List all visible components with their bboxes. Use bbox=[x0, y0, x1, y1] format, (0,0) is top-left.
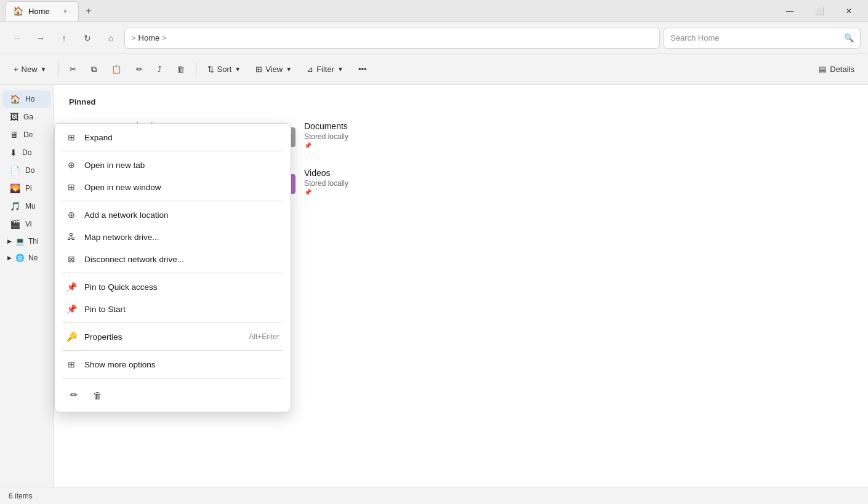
filter-button[interactable]: ⊿ Filter ▼ bbox=[300, 59, 350, 80]
cm-expand[interactable]: ⊞ Expand bbox=[57, 126, 288, 148]
cut-button[interactable]: ✂ bbox=[63, 59, 82, 80]
documents-desc: Stored locally bbox=[304, 132, 348, 141]
cm-show-more[interactable]: ⊞ Show more options bbox=[57, 353, 288, 375]
sidebar-item-thispc[interactable]: ▶ 💻 Thi bbox=[2, 233, 51, 249]
toolbar-separator-2 bbox=[196, 62, 196, 77]
cm-sep-5 bbox=[62, 350, 283, 351]
sidebar-item-music[interactable]: 🎵 Mu bbox=[2, 198, 51, 215]
thispc-expand-icon: ▶ bbox=[7, 238, 12, 244]
more-button[interactable]: ••• bbox=[352, 59, 373, 80]
minimize-button[interactable]: — bbox=[776, 1, 804, 21]
cm-expand-label: Expand bbox=[84, 133, 113, 142]
details-button[interactable]: ▤ Details bbox=[813, 62, 861, 77]
search-icon: 🔍 bbox=[844, 33, 854, 42]
cm-add-network[interactable]: ⊕ Add a network location bbox=[57, 204, 288, 226]
delete-icon: 🗑 bbox=[177, 65, 185, 74]
network-expand-icon: ▶ bbox=[7, 255, 12, 261]
cm-bottom-delete-button[interactable]: 🗑 bbox=[87, 385, 108, 406]
new-button[interactable]: + New ▼ bbox=[7, 59, 53, 80]
documents-icon: 📄 bbox=[10, 166, 20, 175]
view-chevron-icon: ▼ bbox=[286, 66, 292, 73]
videos-pin: 📌 bbox=[304, 189, 348, 196]
cm-bottom-rename-icon: ✏ bbox=[70, 390, 78, 401]
cm-show-more-label: Show more options bbox=[84, 360, 156, 369]
cm-disconnect-drive[interactable]: ⊠ Disconnect network drive... bbox=[57, 248, 288, 270]
cm-open-new-tab[interactable]: ⊕ Open in new tab bbox=[57, 154, 288, 176]
close-button[interactable]: ✕ bbox=[835, 1, 863, 21]
refresh-button[interactable]: ↻ bbox=[78, 28, 97, 48]
sidebar-item-network[interactable]: ▶ 🌐 Ne bbox=[2, 250, 51, 266]
music-icon: 🎵 bbox=[10, 201, 20, 211]
new-chevron-icon: ▼ bbox=[41, 66, 47, 73]
home-tab[interactable]: 🏠 Home × bbox=[5, 1, 79, 21]
videos-icon: 🎬 bbox=[10, 219, 20, 229]
pin-quick-icon: 📌 bbox=[66, 281, 77, 292]
cm-bottom-delete-icon: 🗑 bbox=[93, 390, 102, 401]
rename-icon: ✏ bbox=[136, 65, 143, 74]
new-tab-icon: ⊕ bbox=[66, 159, 77, 170]
documents-pin: 📌 bbox=[304, 142, 348, 149]
breadcrumb[interactable]: > Home > bbox=[124, 28, 660, 49]
address-bar: ← → ↑ ↻ ⌂ > Home > Search Home 🔍 bbox=[0, 22, 868, 54]
add-network-icon: ⊕ bbox=[66, 209, 77, 220]
sidebar-item-gallery[interactable]: 🖼 Ga bbox=[2, 108, 51, 126]
cm-sep-2 bbox=[62, 201, 283, 201]
filter-label: Filter bbox=[316, 65, 334, 74]
context-menu: ⊞ Expand ⊕ Open in new tab ⊞ Open in new… bbox=[54, 123, 291, 412]
sidebar-item-pictures[interactable]: 🌄 Pi bbox=[2, 180, 51, 197]
rename-button[interactable]: ✏ bbox=[130, 59, 149, 80]
new-tab-button[interactable]: + bbox=[79, 1, 98, 21]
new-window-icon: ⊞ bbox=[66, 182, 77, 193]
search-box[interactable]: Search Home 🔍 bbox=[664, 28, 861, 49]
sidebar-documents-label: Do bbox=[25, 166, 34, 175]
videos-name: Videos bbox=[304, 168, 348, 178]
cm-sep-3 bbox=[62, 273, 283, 273]
sidebar-item-desktop[interactable]: 🖥 De bbox=[2, 126, 51, 143]
delete-button[interactable]: 🗑 bbox=[171, 59, 191, 80]
sidebar-network-label: Ne bbox=[28, 254, 38, 262]
sidebar-downloads-label: Do bbox=[22, 148, 31, 157]
cm-properties-label: Properties bbox=[84, 332, 123, 342]
sort-icon: ⇅ bbox=[207, 65, 214, 74]
view-button[interactable]: ⊞ View ▼ bbox=[249, 59, 298, 80]
sort-label: Sort bbox=[217, 65, 232, 74]
cm-open-new-window[interactable]: ⊞ Open in new window bbox=[57, 176, 288, 198]
cm-bottom-rename-button[interactable]: ✏ bbox=[63, 385, 84, 406]
documents-folder-info: Documents Stored locally 📌 bbox=[304, 121, 348, 149]
gallery-icon: 🖼 bbox=[10, 112, 18, 122]
cm-pin-quick[interactable]: 📌 Pin to Quick access bbox=[57, 276, 288, 298]
cm-add-network-label: Add a network location bbox=[84, 210, 169, 220]
sidebar-music-label: Mu bbox=[25, 202, 36, 210]
home-button[interactable]: ⌂ bbox=[101, 28, 121, 48]
tab-close-button[interactable]: × bbox=[60, 6, 71, 17]
sort-chevron-icon: ▼ bbox=[235, 66, 241, 73]
sort-button[interactable]: ⇅ Sort ▼ bbox=[201, 59, 247, 80]
sidebar-item-downloads[interactable]: ⬇ Do bbox=[2, 144, 51, 161]
properties-icon: 🔑 bbox=[66, 331, 77, 342]
copy-button[interactable]: ⧉ bbox=[85, 59, 103, 80]
pictures-icon: 🌄 bbox=[10, 183, 20, 193]
sidebar-videos-label: Vi bbox=[25, 220, 31, 228]
cm-bottom-icons: ✏ 🗑 bbox=[57, 381, 288, 409]
breadcrumb-sep1: > bbox=[131, 33, 136, 42]
cm-pin-start[interactable]: 📌 Pin to Start bbox=[57, 298, 288, 320]
view-label: View bbox=[265, 65, 283, 74]
cm-map-drive[interactable]: 🖧 Map network drive... bbox=[57, 226, 288, 248]
forward-button[interactable]: → bbox=[31, 28, 50, 48]
items-count: 6 items bbox=[9, 492, 33, 500]
sidebar-item-documents[interactable]: 📄 Do bbox=[2, 162, 51, 179]
view-icon: ⊞ bbox=[255, 65, 262, 74]
up-button[interactable]: ↑ bbox=[54, 28, 74, 48]
share-button[interactable]: ⤴ bbox=[151, 59, 168, 80]
sidebar-item-home[interactable]: 🏠 Ho bbox=[2, 90, 51, 108]
disconnect-drive-icon: ⊠ bbox=[66, 254, 77, 265]
sidebar-item-videos[interactable]: 🎬 Vi bbox=[2, 215, 51, 233]
sidebar-gallery-label: Ga bbox=[23, 113, 33, 121]
maximize-button[interactable]: ⬜ bbox=[805, 1, 834, 21]
new-icon: + bbox=[14, 65, 18, 74]
new-label: New bbox=[22, 65, 38, 74]
paste-button[interactable]: 📋 bbox=[105, 59, 127, 80]
cm-properties[interactable]: 🔑 Properties Alt+Enter bbox=[57, 326, 288, 348]
back-button[interactable]: ← bbox=[7, 28, 27, 48]
cm-open-new-window-label: Open in new window bbox=[84, 183, 161, 192]
